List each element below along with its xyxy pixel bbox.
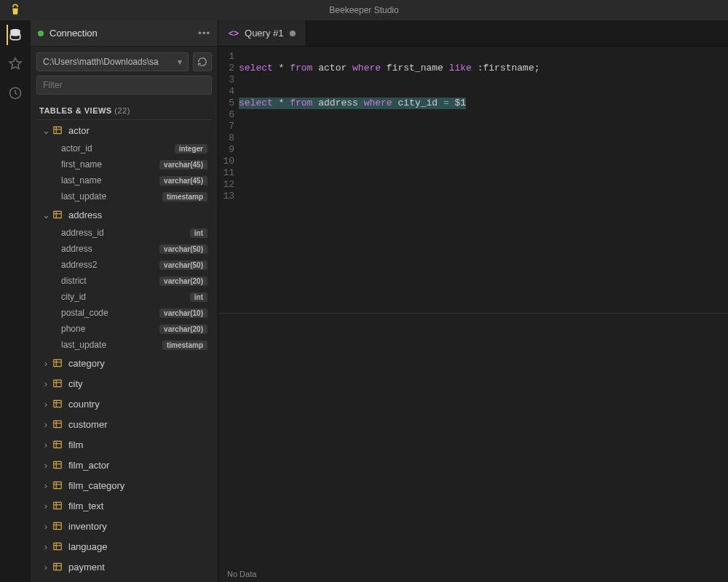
column-row[interactable]: last_updatetimestamp [36, 337, 212, 353]
svg-rect-35 [54, 543, 62, 549]
column-row[interactable]: last_namevarchar(45) [36, 172, 212, 188]
table-name: address [68, 210, 102, 220]
column-type-badge: varchar(10) [159, 308, 207, 318]
connection-tab[interactable]: Connection ••• [31, 20, 218, 47]
svg-rect-17 [54, 420, 62, 427]
column-name: address2 [61, 260, 159, 270]
table-row[interactable]: ›film_text [36, 495, 212, 516]
sidebar: Connection ••• C:\Users\matth\Downloads\… [31, 20, 218, 582]
column-type-badge: varchar(45) [159, 176, 207, 186]
table-name: inventory [68, 521, 107, 532]
table-row[interactable]: ›inventory [36, 516, 212, 536]
table-row[interactable]: ›customer [36, 414, 212, 434]
table-icon [52, 358, 64, 368]
column-row[interactable]: address2varchar(50) [36, 257, 212, 273]
table-name: language [68, 541, 108, 552]
table-name: country [68, 399, 100, 410]
column-row[interactable]: postal_codevarchar(10) [36, 305, 212, 321]
chevron-icon: › [41, 460, 51, 471]
tab-query-1[interactable]: <> Query #1 [218, 20, 306, 46]
activity-history-icon[interactable] [7, 84, 24, 102]
column-name: last_update [61, 340, 162, 350]
table-row[interactable]: ›film_actor [36, 455, 212, 475]
column-type-badge: varchar(45) [159, 160, 207, 170]
chevron-icon: › [41, 480, 51, 491]
code-icon: <> [229, 28, 239, 39]
table-row[interactable]: ›film_category [36, 475, 212, 495]
caret-down-icon: ▾ [178, 57, 182, 67]
table-name: film_actor [68, 460, 109, 471]
chevron-icon: › [41, 439, 51, 450]
editor-tabs: <> Query #1 [218, 20, 728, 47]
column-row[interactable]: phonevarchar(20) [36, 321, 212, 337]
svg-rect-2 [54, 127, 62, 133]
svg-rect-29 [54, 502, 62, 509]
table-icon [52, 521, 64, 531]
column-type-badge: int [190, 292, 207, 302]
table-name: category [68, 358, 105, 369]
column-type-badge: varchar(50) [159, 260, 207, 270]
table-icon [52, 125, 64, 135]
column-type-badge: timestamp [162, 192, 207, 202]
svg-rect-5 [54, 211, 62, 218]
column-row[interactable]: city_idint [36, 289, 212, 305]
column-row[interactable]: last_updatetimestamp [36, 188, 212, 204]
table-row[interactable]: ⌄actor [36, 120, 212, 140]
chevron-icon: › [41, 541, 51, 552]
table-name: film_category [68, 480, 124, 491]
table-row[interactable]: ⌄address [36, 204, 212, 225]
table-name: actor [68, 125, 90, 136]
table-icon [52, 562, 64, 572]
column-row[interactable]: addressvarchar(50) [36, 241, 212, 257]
app-title: Beekeeper Studio [329, 5, 398, 15]
column-name: last_name [61, 175, 159, 186]
app-logo-icon [9, 3, 22, 16]
sql-editor[interactable]: 12345678910111213 select * from actor wh… [218, 47, 728, 313]
connection-status-dot [38, 31, 44, 36]
table-row[interactable]: ›film [36, 434, 212, 455]
column-name: city_id [61, 292, 190, 302]
activity-bar [0, 20, 31, 582]
refresh-button[interactable] [193, 52, 212, 71]
column-row[interactable]: first_namevarchar(45) [36, 156, 212, 172]
chevron-icon: › [41, 419, 51, 430]
chevron-icon: › [41, 501, 51, 511]
table-name: film_text [68, 501, 103, 511]
column-name: address [61, 244, 159, 254]
column-name: district [61, 276, 159, 286]
chevron-icon: › [41, 562, 51, 573]
filter-input[interactable] [36, 76, 212, 95]
chevron-icon: ⌄ [41, 210, 51, 220]
column-name: first_name [61, 159, 159, 170]
column-row[interactable]: address_idint [36, 225, 212, 241]
column-type-badge: integer [175, 144, 207, 154]
table-icon [52, 419, 64, 429]
column-row[interactable]: districtvarchar(20) [36, 273, 212, 289]
table-icon [52, 378, 64, 388]
table-icon [52, 460, 64, 470]
column-type-badge: timestamp [162, 340, 207, 350]
activity-database-icon[interactable] [7, 26, 24, 44]
column-name: phone [61, 324, 159, 334]
svg-rect-14 [54, 400, 62, 407]
code-area[interactable]: select * from actor where first_name lik… [239, 51, 728, 313]
table-row[interactable]: ›category [36, 353, 212, 373]
tab-label: Query #1 [245, 28, 283, 39]
column-name: address_id [61, 228, 190, 238]
column-row[interactable]: actor_idinteger [36, 140, 212, 156]
table-icon [52, 480, 64, 490]
activity-star-icon[interactable] [7, 55, 24, 73]
tables-tree[interactable]: ⌄actoractor_idintegerfirst_namevarchar(4… [36, 120, 212, 582]
table-name: film [68, 439, 83, 450]
chevron-icon: ⌄ [41, 125, 51, 136]
table-row[interactable]: ›language [36, 536, 212, 557]
database-path-select[interactable]: C:\Users\matth\Downloads\sa ▾ [36, 52, 189, 71]
table-row[interactable]: ›payment [36, 557, 212, 577]
connection-more-icon[interactable]: ••• [198, 28, 210, 39]
column-name: postal_code [61, 308, 159, 318]
table-icon [52, 439, 64, 450]
svg-rect-11 [54, 380, 62, 386]
table-row[interactable]: ›city [36, 373, 212, 394]
svg-rect-20 [54, 441, 62, 447]
table-row[interactable]: ›country [36, 394, 212, 414]
